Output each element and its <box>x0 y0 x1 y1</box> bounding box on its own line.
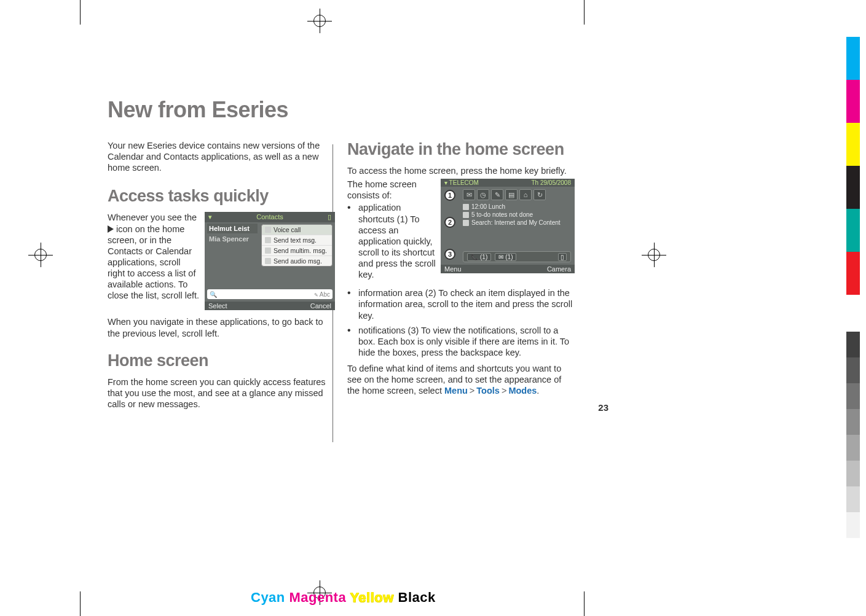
access-paragraph-1: Whenever you see the icon on the home sc… <box>108 212 200 301</box>
audio-icon <box>265 258 271 264</box>
softkey-left: Select <box>208 302 227 310</box>
intro-paragraph: Your new Eseries device contains new ver… <box>108 140 335 173</box>
callout-1: 1 <box>444 190 455 201</box>
fig-home-notifications: 📞(1) ✉(1) ▯ <box>463 251 571 262</box>
menu-path-item: Modes <box>508 386 537 396</box>
shortcut-icon: ◷ <box>477 189 489 200</box>
page-content: New from Eseries Your new Eseries device… <box>108 97 587 410</box>
menu-path-item: Tools <box>476 386 500 396</box>
section-access-heading: Access tasks quickly <box>108 187 335 206</box>
figure-contacts-screenshot: ▾ Contacts ▯ Helmut Leist Mia Spencer Vo… <box>205 212 335 310</box>
access-paragraph-2: When you navigate in these applications,… <box>108 316 335 338</box>
envelope-icon <box>265 237 271 243</box>
menu-item: Send audio msg. <box>262 256 332 266</box>
battery-icon: ▯ <box>328 213 331 221</box>
signal-icon: ▾ <box>208 213 212 221</box>
navigate-lead: To access the home screen, press the hom… <box>347 165 575 176</box>
shortcut-icon: ↻ <box>533 189 546 200</box>
softkey-left: Menu <box>444 265 462 273</box>
right-column: Navigate in the home screen To access th… <box>347 140 575 410</box>
fig-contacts-softkeys: Select Cancel <box>205 302 335 310</box>
shortcut-icon: ✎ <box>491 189 503 200</box>
info-line: 12:00 Lunch <box>441 203 575 211</box>
contact-unselected: Mia Spencer <box>207 234 258 244</box>
envelope-icon <box>265 248 271 254</box>
shortcut-icon: ✉ <box>463 189 475 200</box>
page-number: 23 <box>598 402 608 413</box>
menu-item: Send text msg. <box>262 235 332 246</box>
callout-3: 3 <box>444 249 455 260</box>
menu-item: Voice call <box>262 225 332 235</box>
home-paragraph: From the home screen you can quickly acc… <box>108 376 335 410</box>
info-line: 5 to-do notes not done <box>441 211 575 219</box>
todo-icon <box>463 212 469 218</box>
notif-box: 📞(1) <box>467 253 491 261</box>
color-bar-grays <box>846 332 860 538</box>
fig-home-softkeys: Menu Camera <box>441 265 575 273</box>
black-label: Black <box>398 590 436 605</box>
fig-contacts-topbar: ▾ Contacts ▯ <box>205 212 335 222</box>
notif-box: ✉(1) <box>495 253 516 261</box>
navigate-define: To define what kind of items and shortcu… <box>347 363 575 396</box>
bullet-item: application shortcuts (1) To access an a… <box>347 202 436 280</box>
menu-path-item: Menu <box>444 386 468 396</box>
registration-mark-top <box>307 9 332 33</box>
crop-tick <box>80 0 81 25</box>
fig-home-shortcuts: ✉ ◷ ✎ ▤ ⌂ ↻ <box>441 187 575 203</box>
cyan-label: Cyan <box>251 590 285 605</box>
bullet-item: notifications (3) To view the notificati… <box>347 325 575 358</box>
navigate-consists: The home screen consists of: <box>347 179 436 201</box>
info-line: Search: Internet and My Content <box>441 219 575 227</box>
color-bar-cmyk <box>846 37 860 295</box>
date-label: Th 29/05/2008 <box>532 179 572 186</box>
fig-contacts-title: Contacts <box>256 213 283 221</box>
page-title: New from Eseries <box>108 97 587 123</box>
calendar-icon <box>463 204 469 210</box>
input-mode-indicator: ✎ Abc <box>314 291 330 298</box>
fig-contacts-action-menu: Voice call Send text msg. Send multim. m… <box>261 224 333 267</box>
figure-home-screenshot: ▾ TELECOM Th 29/05/2008 ✉ ◷ ✎ ▤ ⌂ ↻ 12:0… <box>441 179 575 273</box>
contact-selected: Helmut Leist <box>207 224 258 233</box>
menu-item: Send multim. msg. <box>262 246 332 256</box>
crop-tick <box>584 0 585 25</box>
bullet-item: information area (2) To check an item di… <box>347 287 575 321</box>
operator-label: ▾ TELECOM <box>444 179 479 186</box>
notif-box: ▯ <box>558 253 567 261</box>
text-fragment: icon on the home screen, or in the Conta… <box>108 224 199 301</box>
play-icon <box>108 225 114 233</box>
shortcut-icon: ⌂ <box>519 189 532 200</box>
callout-2: 2 <box>444 217 455 228</box>
shortcut-icon: ▤ <box>505 189 518 200</box>
fig-contacts-search: 🔍 ✎ Abc <box>207 289 333 299</box>
text-fragment: Whenever you see the <box>108 212 197 222</box>
yellow-label: Yellow <box>350 590 393 605</box>
softkey-right: Camera <box>547 265 571 273</box>
magenta-label: Magenta <box>289 590 346 605</box>
section-navigate-heading: Navigate in the home screen <box>347 140 575 159</box>
fig-home-topbar: ▾ TELECOM Th 29/05/2008 <box>441 179 575 187</box>
cmyk-label: Cyan Magenta Yellow Black <box>251 590 436 606</box>
section-home-heading: Home screen <box>108 351 335 370</box>
crop-tick <box>80 591 81 616</box>
crop-tick <box>584 591 585 616</box>
registration-mark-right <box>642 243 666 267</box>
registration-mark-left <box>28 243 53 267</box>
left-column: Your new Eseries device contains new ver… <box>108 140 335 410</box>
phone-icon <box>265 227 271 233</box>
search-icon: 🔍 <box>210 291 217 298</box>
search-icon <box>463 220 469 226</box>
softkey-right: Cancel <box>310 302 331 310</box>
